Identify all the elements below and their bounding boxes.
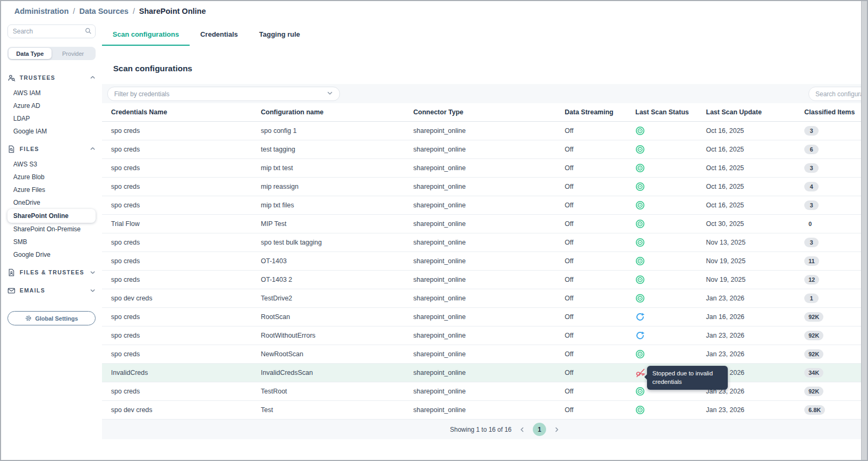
cell-connector-type: sharepoint_online <box>413 183 565 190</box>
cell-credentials-name: spo creds <box>111 332 261 339</box>
cell-last-scan-update: Jan 23, 2026 <box>706 332 804 339</box>
table-row[interactable]: spo creds RootScan sharepoint_online Off… <box>102 308 867 326</box>
table-row[interactable]: spo creds OT-1403 2 sharepoint_online Of… <box>102 271 867 289</box>
column-header-data-streaming[interactable]: Data Streaming <box>565 108 635 116</box>
sidebar-section-emails: EMAILS <box>7 283 96 297</box>
cell-last-scan-update: Nov 19, 2025 <box>706 257 804 265</box>
table-row[interactable]: Trial Flow MIP Test sharepoint_online Of… <box>102 215 867 233</box>
cell-last-scan-update: Oct 16, 2025 <box>706 164 804 172</box>
scan-completed-icon <box>635 163 645 173</box>
global-settings-button[interactable]: Global Settings <box>7 311 96 325</box>
table-row[interactable]: spo creds spo config 1 sharepoint_online… <box>102 122 867 140</box>
breadcrumb-administration[interactable]: Administration <box>14 7 69 15</box>
file-search-icon <box>7 145 15 153</box>
cell-connector-type: sharepoint_online <box>413 350 565 358</box>
sidebar-search-input[interactable] <box>7 24 96 38</box>
sidebar-item-aws-iam[interactable]: AWS IAM <box>7 87 96 99</box>
column-header-connector-type[interactable]: Connector Type <box>413 108 565 116</box>
cell-configuration-name: InvalidCredsScan <box>261 369 413 376</box>
table-row[interactable]: spo dev creds Test sharepoint_online Off… <box>102 401 867 420</box>
column-header-credentials-name[interactable]: Credentials Name <box>111 108 261 116</box>
tab-scan-configurations[interactable]: Scan configurations <box>102 25 190 46</box>
toggle-provider[interactable]: Provider <box>52 48 95 59</box>
table-row[interactable]: spo creds TestRoot sharepoint_online Off… <box>102 382 867 401</box>
sidebar-item-azure-files[interactable]: Azure Files <box>7 183 96 196</box>
section-label: FILES <box>20 146 90 152</box>
cell-data-streaming: Off <box>565 127 635 135</box>
cell-data-streaming: Off <box>565 313 635 321</box>
cell-credentials-name: spo dev creds <box>111 295 261 302</box>
table-search-input[interactable] <box>809 87 867 101</box>
section-header-emails[interactable]: EMAILS <box>7 283 96 297</box>
cell-connector-type: sharepoint_online <box>413 239 565 246</box>
cell-last-scan-status <box>635 126 706 136</box>
main-content: Scan configurations Credentials Tagging … <box>102 21 867 460</box>
sidebar-item-azure-blob[interactable]: Azure Blob <box>7 171 96 183</box>
cell-data-streaming: Off <box>565 369 635 376</box>
sidebar-item-onedrive[interactable]: OneDrive <box>7 196 96 209</box>
envelope-icon <box>7 287 15 295</box>
table-row[interactable]: spo creds NewRootScan sharepoint_online … <box>102 345 867 364</box>
cell-connector-type: sharepoint_online <box>413 127 565 135</box>
table-row[interactable]: spo dev creds TestDrive2 sharepoint_onli… <box>102 289 867 308</box>
sidebar-item-google-drive[interactable]: Google Drive <box>7 248 96 261</box>
table-row[interactable]: spo creds spo test bulk tagging sharepoi… <box>102 233 867 252</box>
cell-last-scan-update: Jan 23, 2026 <box>706 295 804 302</box>
cell-data-streaming: Off <box>565 276 635 283</box>
cell-data-streaming: Off <box>565 295 635 302</box>
sidebar-item-sharepoint-on-premise[interactable]: SharePoint On-Premise <box>7 223 96 236</box>
sidebar-item-azure-ad[interactable]: Azure AD <box>7 99 96 112</box>
tab-tagging-rule[interactable]: Tagging rule <box>249 25 311 46</box>
toggle-data-type[interactable]: Data Type <box>8 48 52 59</box>
sidebar-section-files-trustees: FILES & TRUSTEES <box>7 265 96 279</box>
vertical-scrollbar[interactable] <box>861 1 867 460</box>
section-header-trustees[interactable]: TRUSTEES <box>7 71 96 85</box>
classified-count-badge: 1 <box>804 294 819 303</box>
table-row[interactable]: spo creds RootWithoutErrors sharepoint_o… <box>102 326 867 345</box>
tab-credentials[interactable]: Credentials <box>190 25 249 46</box>
status-tooltip: Stopped due to invalid credentials <box>647 366 728 390</box>
sidebar-item-smb[interactable]: SMB <box>7 236 96 248</box>
section-label: FILES & TRUSTEES <box>20 269 90 275</box>
chevron-left-icon[interactable] <box>519 426 525 433</box>
table-row[interactable]: InvalidCreds InvalidCredsScan sharepoint… <box>102 364 867 382</box>
cell-configuration-name: mip txt test <box>261 164 413 172</box>
scan-completed-icon <box>635 145 645 154</box>
scan-completed-icon <box>635 256 645 266</box>
cell-credentials-name: spo creds <box>111 127 261 135</box>
filter-by-credentials-dropdown[interactable]: Filter by credentials <box>107 87 340 101</box>
column-header-classified-items[interactable]: Classified Items <box>804 108 867 116</box>
scan-completed-icon <box>635 238 645 247</box>
cell-credentials-name: spo creds <box>111 257 261 265</box>
cell-connector-type: sharepoint_online <box>413 313 565 321</box>
table-row[interactable]: spo creds mip reassign sharepoint_online… <box>102 178 867 196</box>
chevron-right-icon[interactable] <box>554 426 560 433</box>
column-header-configuration-name[interactable]: Configuration name <box>261 108 413 116</box>
cell-last-scan-status <box>635 238 706 247</box>
cell-last-scan-status <box>635 256 706 266</box>
sidebar-item-aws-s3[interactable]: AWS S3 <box>7 158 96 171</box>
pagination-page-1[interactable]: 1 <box>533 423 546 436</box>
section-header-files-trustees[interactable]: FILES & TRUSTEES <box>7 265 96 279</box>
cell-configuration-name: OT-1403 <box>261 257 413 265</box>
table-row[interactable]: spo creds test tagging sharepoint_online… <box>102 140 867 159</box>
classified-count-badge: 92K <box>804 312 823 322</box>
cell-connector-type: sharepoint_online <box>413 164 565 172</box>
sidebar-item-sharepoint-online[interactable]: SharePoint Online <box>7 209 96 223</box>
cell-last-scan-update: Jan 16, 2026 <box>706 313 804 321</box>
cell-last-scan-update: Oct 16, 2025 <box>706 202 804 209</box>
sidebar-item-google-iam[interactable]: Google IAM <box>7 125 96 138</box>
table-row[interactable]: spo creds OT-1403 sharepoint_online Off … <box>102 252 867 271</box>
table-row[interactable]: spo creds mip txt files sharepoint_onlin… <box>102 196 867 215</box>
breadcrumb-separator: / <box>133 7 135 15</box>
breadcrumb-data-sources[interactable]: Data Sources <box>79 7 129 15</box>
section-header-files[interactable]: FILES <box>7 142 96 156</box>
column-header-last-scan-status[interactable]: Last Scan Status <box>635 108 706 116</box>
column-header-last-scan-update[interactable]: Last Scan Update <box>706 108 804 116</box>
table-row[interactable]: spo creds mip txt test sharepoint_online… <box>102 159 867 178</box>
cell-connector-type: sharepoint_online <box>413 276 565 283</box>
cell-last-scan-status <box>635 182 706 191</box>
scan-completed-icon <box>635 387 645 396</box>
sidebar-item-ldap[interactable]: LDAP <box>7 112 96 125</box>
scan-completed-icon <box>635 182 645 191</box>
